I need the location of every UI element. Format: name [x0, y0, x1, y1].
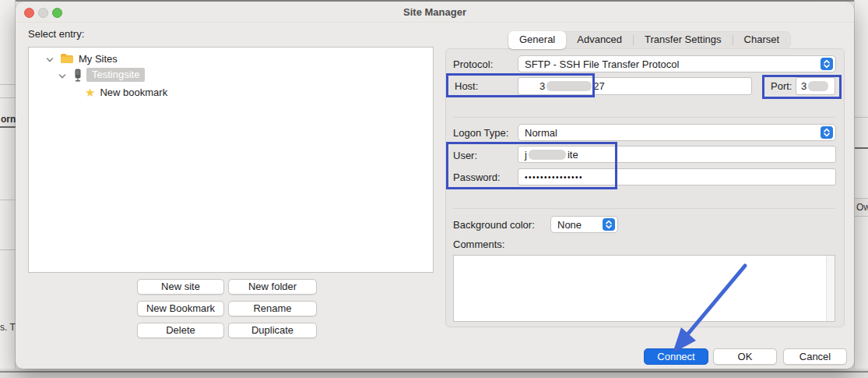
ok-button[interactable]: OK: [713, 348, 777, 365]
host-annotation-box: [446, 73, 595, 97]
tab-advanced[interactable]: Advanced: [566, 31, 633, 49]
protocol-select[interactable]: SFTP - SSH File Transfer Protocol: [518, 55, 836, 72]
logon-type-value: Normal: [518, 127, 557, 139]
tab-charset[interactable]: Charset: [733, 31, 791, 49]
tree-item-testingsite[interactable]: Testingsite: [58, 67, 145, 83]
select-entry-label: Select entry:: [28, 28, 84, 40]
comments-textarea[interactable]: [453, 255, 835, 322]
tab-transfer-settings[interactable]: Transfer Settings: [634, 31, 733, 49]
tree-item-label: My Sites: [79, 53, 118, 65]
logon-type-label: Logon Type:: [453, 127, 508, 139]
dropdown-stepper-icon: [821, 58, 833, 70]
background-window-left-edge: orne s. T: [0, 0, 16, 369]
rename-button[interactable]: Rename: [228, 301, 317, 316]
site-manager-dialog: Site Manager Select entry: My Sites Test…: [16, 2, 854, 369]
background-window-bottom-edge: [0, 369, 868, 378]
comments-label: Comments:: [453, 238, 504, 250]
chevron-down-icon[interactable]: [58, 71, 66, 79]
site-tree[interactable]: My Sites Testingsite ★ New bookmark: [28, 47, 434, 273]
server-icon: [73, 69, 83, 82]
credentials-annotation-box: [446, 142, 617, 189]
protocol-label: Protocol:: [453, 58, 493, 70]
tree-item-new-bookmark[interactable]: ★ New bookmark: [85, 84, 167, 100]
host-value-suffix: 27: [593, 80, 604, 92]
new-site-button[interactable]: New site: [137, 279, 224, 295]
bookmark-star-icon: ★: [85, 87, 95, 98]
delete-button[interactable]: Delete: [137, 323, 224, 338]
background-window-bottom-line: [0, 371, 868, 373]
duplicate-button[interactable]: Duplicate: [228, 323, 317, 338]
new-bookmark-button[interactable]: New Bookmark: [137, 301, 224, 316]
tab-general[interactable]: General: [508, 31, 566, 49]
connect-button[interactable]: Connect: [644, 348, 708, 365]
settings-tabs: General Advanced Transfer Settings Chars…: [508, 31, 791, 49]
dialog-titlebar[interactable]: Site Manager: [16, 2, 854, 23]
background-color-label: Background color:: [453, 219, 535, 231]
background-color-select[interactable]: None: [550, 216, 618, 233]
chevron-down-icon[interactable]: [46, 55, 54, 62]
background-statusbar-fragment: s. T: [0, 322, 16, 333]
comments-scrollbar[interactable]: [826, 256, 835, 321]
tree-item-label: New bookmark: [100, 87, 167, 98]
background-owner-column-fragment: Ow: [856, 202, 868, 213]
tree-item-label-selected[interactable]: Testingsite: [86, 68, 145, 82]
folder-icon: [60, 53, 74, 64]
dropdown-stepper-icon: [821, 126, 833, 139]
tree-item-my-sites[interactable]: My Sites: [46, 51, 118, 66]
new-folder-button[interactable]: New folder: [228, 279, 317, 295]
logon-type-select[interactable]: Normal: [518, 124, 836, 141]
protocol-value: SFTP - SSH File Transfer Protocol: [518, 58, 679, 70]
port-annotation-box: [762, 75, 842, 99]
background-window-right-edge: Ow: [854, 0, 868, 369]
background-color-value: None: [551, 219, 582, 231]
cancel-button[interactable]: Cancel: [783, 348, 847, 365]
dropdown-stepper-icon: [603, 218, 615, 231]
dialog-title: Site Manager: [16, 6, 854, 18]
